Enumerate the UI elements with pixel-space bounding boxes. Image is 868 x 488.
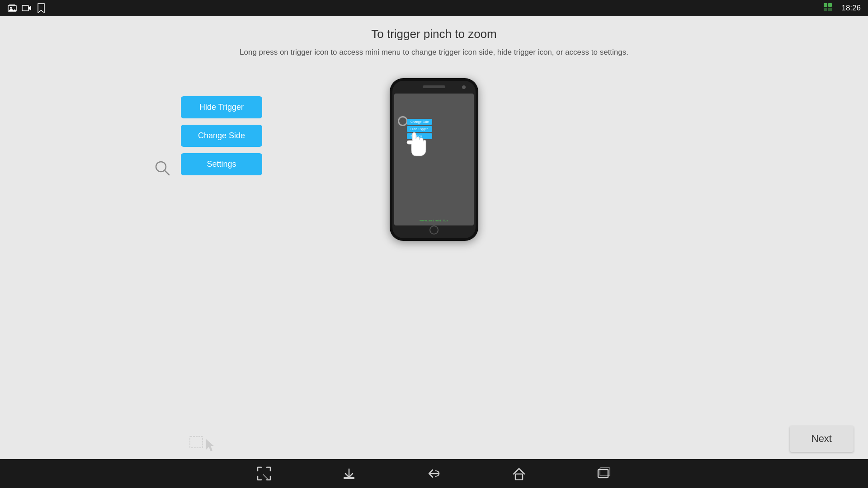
- trigger-circle: [398, 116, 408, 126]
- svg-rect-7: [828, 3, 832, 7]
- phone-bottom-text: www.android.ll.s: [394, 219, 474, 222]
- side-buttons: Hide Trigger Change Side Settings: [181, 96, 262, 175]
- phone-home-button: [429, 225, 439, 235]
- phone-mockup: Change Side Hide Trigger Settings www.an…: [390, 78, 478, 241]
- page-title: To trigger pinch to zoom: [371, 27, 496, 41]
- svg-rect-17: [515, 474, 523, 480]
- svg-line-14: [263, 474, 268, 479]
- svg-rect-9: [828, 8, 832, 11]
- video-icon: [22, 3, 32, 13]
- signal-icon: [823, 3, 836, 14]
- phone-speaker: [423, 85, 445, 88]
- recents-nav-icon[interactable]: [593, 463, 615, 484]
- change-side-button[interactable]: Change Side: [181, 125, 262, 147]
- next-button[interactable]: Next: [790, 426, 854, 452]
- download-nav-icon[interactable]: [338, 463, 360, 484]
- search-icon: [154, 160, 172, 178]
- phone-screen: Change Side Hide Trigger Settings www.an…: [394, 94, 474, 225]
- clock: 18:26: [841, 4, 861, 13]
- nav-bar: [0, 459, 868, 488]
- home-nav-icon[interactable]: [508, 463, 530, 484]
- gallery-icon: [7, 3, 17, 13]
- settings-button[interactable]: Settings: [181, 153, 262, 175]
- phone-camera: [462, 85, 466, 89]
- svg-rect-1: [9, 5, 15, 5]
- svg-rect-4: [22, 5, 28, 11]
- status-bar-left: [7, 3, 46, 13]
- page-subtitle: Long press on trigger icon to access min…: [240, 47, 628, 58]
- svg-rect-16: [344, 477, 354, 479]
- hand-cursor-icon: [403, 125, 435, 161]
- svg-rect-8: [824, 8, 827, 11]
- status-bar: 18:26: [0, 0, 868, 16]
- screenshot-nav-icon[interactable]: [253, 463, 275, 484]
- svg-marker-5: [28, 6, 31, 10]
- status-bar-right: 18:26: [823, 3, 861, 14]
- svg-rect-12: [190, 436, 203, 448]
- hide-trigger-button[interactable]: Hide Trigger: [181, 96, 262, 118]
- bookmark-icon: [36, 3, 46, 13]
- cursor-area: [176, 432, 231, 459]
- main-content: To trigger pinch to zoom Long press on t…: [0, 16, 868, 459]
- back-nav-icon[interactable]: [423, 463, 445, 484]
- svg-marker-3: [8, 8, 16, 11]
- svg-rect-6: [824, 3, 827, 7]
- svg-marker-13: [206, 439, 214, 451]
- svg-line-11: [165, 170, 169, 175]
- mini-menu-change-side: Change Side: [407, 119, 432, 125]
- illustration-area: Hide Trigger Change Side Settings Change…: [0, 69, 868, 241]
